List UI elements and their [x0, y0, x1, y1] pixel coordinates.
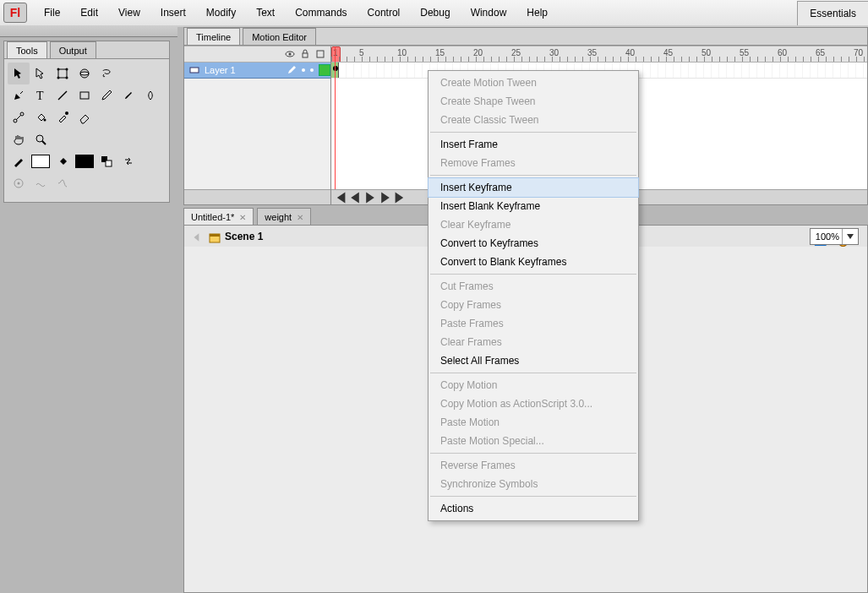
- tools-panel-tabs: Tools Output: [4, 41, 169, 59]
- timeline-ruler[interactable]: 1510152025303540455055606570: [331, 46, 867, 63]
- free-transform-tool[interactable]: [52, 63, 74, 84]
- close-icon[interactable]: ✕: [297, 213, 303, 222]
- context-item: Clear Keyframe: [429, 215, 638, 234]
- line-tool[interactable]: [52, 84, 74, 106]
- pencil-tool[interactable]: [96, 84, 117, 106]
- menu-modify[interactable]: Modify: [196, 3, 246, 22]
- context-item[interactable]: Insert Keyframe: [429, 178, 638, 197]
- scene-icon: [208, 231, 221, 242]
- svg-point-13: [44, 119, 46, 122]
- scene-name[interactable]: Scene 1: [225, 231, 263, 242]
- svg-rect-23: [303, 53, 308, 57]
- menu-help[interactable]: Help: [516, 3, 558, 22]
- menubar: Fl File Edit View Insert Modify Text Com…: [0, 0, 868, 26]
- separator: [430, 453, 636, 454]
- smooth-icon[interactable]: [30, 172, 52, 194]
- menu-file[interactable]: File: [34, 3, 70, 22]
- lasso-tool[interactable]: [96, 63, 117, 84]
- svg-point-15: [36, 135, 43, 142]
- context-item[interactable]: Convert to Blank Keyframes: [429, 253, 638, 271]
- context-item: Paste Motion: [429, 413, 638, 432]
- tab-tools[interactable]: Tools: [7, 41, 47, 58]
- eye-icon[interactable]: [285, 49, 295, 59]
- paint-bucket-tool[interactable]: [30, 106, 52, 128]
- tab-motion-editor[interactable]: Motion Editor: [243, 28, 316, 45]
- doc-tab-weight[interactable]: weight ✕: [257, 208, 311, 226]
- fill-swatch[interactable]: [74, 150, 96, 172]
- step-forward-icon[interactable]: [379, 192, 392, 204]
- eraser-tool[interactable]: [74, 106, 96, 128]
- eyedropper-tool[interactable]: [52, 106, 74, 128]
- workspace-switcher[interactable]: Essentials: [797, 1, 868, 26]
- menu-control[interactable]: Control: [358, 3, 411, 22]
- timeline-tabs: Timeline Motion Editor: [184, 28, 867, 46]
- separator: [430, 132, 636, 133]
- menu-debug[interactable]: Debug: [410, 3, 460, 22]
- svg-rect-24: [317, 51, 324, 57]
- svg-point-2: [66, 68, 68, 71]
- pen-tool[interactable]: [8, 84, 30, 106]
- stroke-swatch[interactable]: [30, 150, 52, 172]
- menu-window[interactable]: Window: [461, 3, 517, 22]
- bone-tool[interactable]: [8, 106, 30, 128]
- context-item: Copy Motion: [429, 376, 638, 394]
- goto-first-icon[interactable]: [333, 192, 347, 204]
- context-item: Create Motion Tween: [429, 73, 638, 92]
- svg-point-6: [80, 72, 89, 75]
- zoom-tool[interactable]: [30, 128, 52, 150]
- zoom-value: 100%: [816, 231, 839, 242]
- rectangle-tool[interactable]: [74, 84, 96, 106]
- dot-icon: [302, 68, 305, 72]
- outline-icon[interactable]: [315, 49, 325, 59]
- context-item: Cut Frames: [429, 277, 638, 296]
- menu-insert[interactable]: Insert: [150, 3, 196, 22]
- layer-name: Layer 1: [205, 65, 236, 75]
- deco-tool[interactable]: [139, 84, 161, 106]
- selection-tool[interactable]: [8, 63, 30, 84]
- menu-view[interactable]: View: [108, 3, 150, 22]
- step-back-icon[interactable]: [348, 192, 362, 204]
- timeline-context-menu: Create Motion TweenCreate Shape TweenCre…: [428, 70, 639, 521]
- context-item[interactable]: Insert Frame: [429, 135, 638, 154]
- black-and-white-icon[interactable]: [96, 150, 117, 172]
- outline-swatch[interactable]: [319, 64, 330, 76]
- fill-color-icon[interactable]: [52, 150, 74, 172]
- svg-rect-0: [58, 69, 67, 78]
- hand-tool[interactable]: [8, 128, 30, 150]
- tab-timeline[interactable]: Timeline: [187, 28, 240, 45]
- subselection-tool[interactable]: [30, 63, 52, 84]
- svg-rect-25: [190, 68, 199, 73]
- svg-rect-18: [106, 160, 112, 166]
- context-item[interactable]: Insert Blank Keyframe: [429, 197, 638, 215]
- menu-text[interactable]: Text: [246, 3, 285, 22]
- snap-to-objects-icon[interactable]: [8, 172, 30, 194]
- context-item: Copy Motion as ActionScript 3.0...: [429, 394, 638, 413]
- lock-icon[interactable]: [300, 49, 310, 59]
- straighten-icon[interactable]: [52, 172, 74, 194]
- chevron-down-icon[interactable]: [842, 229, 858, 244]
- svg-point-14: [65, 112, 68, 115]
- svg-rect-27: [210, 234, 220, 237]
- separator: [430, 175, 636, 176]
- svg-point-3: [57, 77, 60, 79]
- layer-row[interactable]: Layer 1: [184, 63, 330, 79]
- context-item[interactable]: Actions: [429, 499, 638, 518]
- close-icon[interactable]: ✕: [239, 213, 246, 222]
- back-arrow-icon[interactable]: [191, 231, 203, 242]
- swap-colors-icon[interactable]: [117, 150, 139, 172]
- doc-tab-untitled[interactable]: Untitled-1* ✕: [183, 208, 254, 226]
- stroke-color-icon[interactable]: [8, 150, 30, 172]
- menu-edit[interactable]: Edit: [70, 3, 108, 22]
- zoom-field[interactable]: 100%: [810, 228, 859, 245]
- play-icon[interactable]: [363, 192, 377, 204]
- menu-commands[interactable]: Commands: [285, 3, 357, 22]
- 3d-rotation-tool[interactable]: [74, 63, 96, 84]
- context-item[interactable]: Convert to Keyframes: [429, 234, 638, 253]
- context-item[interactable]: Select All Frames: [429, 351, 638, 370]
- layer-icon: [189, 65, 199, 75]
- tab-output[interactable]: Output: [50, 41, 96, 58]
- svg-point-4: [66, 77, 68, 79]
- goto-last-icon[interactable]: [394, 192, 407, 204]
- text-tool[interactable]: T: [30, 84, 52, 106]
- brush-tool[interactable]: [117, 84, 139, 106]
